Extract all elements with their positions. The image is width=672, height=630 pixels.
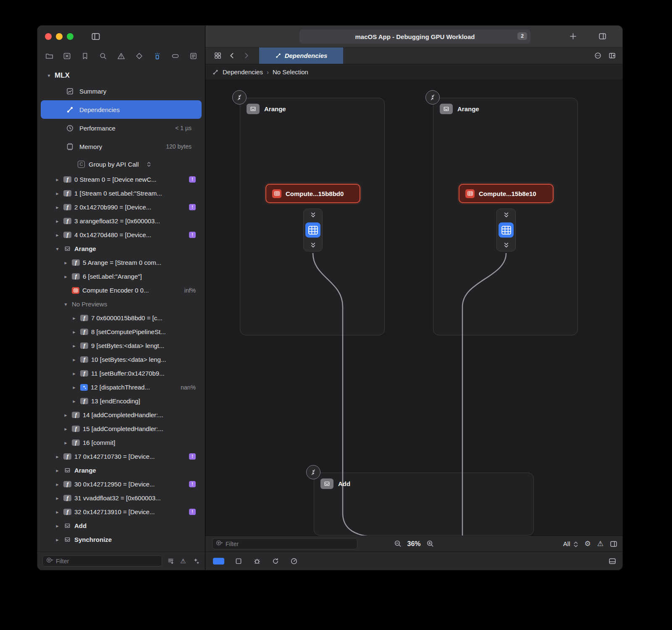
disclosure-down-icon[interactable]: ▾ (63, 301, 69, 307)
project-navigator-icon[interactable] (44, 51, 54, 61)
settings-gear-icon[interactable]: ⚙ (585, 540, 591, 547)
tree-row[interactable]: ▾Arange (37, 242, 205, 256)
close-window-button[interactable] (45, 33, 52, 40)
breakpoint-navigator-icon[interactable] (170, 51, 180, 61)
tree-row[interactable]: ▸ƒ9 [setBytes:<data> lengt... (37, 339, 205, 353)
disclosure-right-icon[interactable]: ▸ (54, 177, 60, 183)
runtime-issue-icon[interactable]: ! (189, 509, 196, 515)
collapse-group-button[interactable] (306, 465, 320, 479)
runtime-issue-icon[interactable]: ! (189, 232, 196, 238)
disclosure-right-icon[interactable]: ▸ (54, 468, 60, 473)
tree-row[interactable]: ▸ƒ30 0x142712950 = [Device...! (37, 477, 205, 491)
tree-row[interactable]: ▸Synchronize (37, 533, 205, 546)
toggle-inspector-icon[interactable] (610, 540, 617, 548)
tree-row[interactable]: ▸ƒ17 0x142710730 = [Device...! (37, 450, 205, 463)
breadcrumb-item[interactable]: Dependencies (223, 68, 263, 76)
disclosure-right-icon[interactable]: ▸ (54, 523, 60, 529)
breadcrumb-item[interactable]: No Selection (273, 68, 308, 76)
zoom-in-icon[interactable] (426, 540, 434, 548)
toggle-sidebar-icon[interactable] (91, 32, 100, 41)
runtime-issue-icon[interactable]: ! (189, 453, 196, 460)
disclosure-right-icon[interactable]: ▸ (63, 274, 69, 280)
disclosure-right-icon[interactable]: ▸ (54, 537, 60, 543)
disclosure-right-icon[interactable]: ▸ (54, 509, 60, 515)
buffer-grid-icon[interactable] (305, 222, 320, 238)
minimize-window-button[interactable] (56, 33, 63, 40)
disclosure-right-icon[interactable]: ▸ (54, 218, 60, 224)
disclosure-right-icon[interactable]: ▸ (54, 495, 60, 501)
disclosure-right-icon[interactable]: ▸ (63, 440, 69, 446)
more-options-icon[interactable] (591, 47, 605, 64)
tree-row[interactable]: ▸ƒ31 vvaddfloat32 = [0x600003... (37, 491, 205, 505)
collapse-group-button[interactable] (232, 90, 247, 105)
disclosure-right-icon[interactable]: ▸ (63, 412, 69, 418)
tree-row[interactable]: ▸ƒ3 arangefloat32 = [0x600003... (37, 214, 205, 228)
tree-row[interactable]: ▸ƒ13 [endEncoding] (37, 394, 205, 408)
performance-gauge-icon[interactable] (290, 557, 298, 565)
disclosure-right-icon[interactable]: ▸ (71, 384, 77, 390)
tree-row[interactable]: ▸Add (37, 519, 205, 533)
disclosure-right-icon[interactable]: ▸ (54, 454, 60, 460)
sidebar-item-dependencies[interactable]: Dependencies (41, 100, 202, 119)
overview-icon[interactable] (210, 47, 225, 64)
tree-row[interactable]: ▾No Previews (37, 297, 205, 311)
sidebar-filter-input[interactable] (56, 558, 158, 565)
back-icon[interactable] (225, 47, 239, 64)
dependency-graph-canvas[interactable]: Arange Arange Add Compute...15b8bd0 Comp… (205, 80, 622, 536)
buffer-grid-icon[interactable] (499, 222, 514, 238)
group-by-control[interactable]: C Group by API Call (37, 156, 205, 173)
forward-icon[interactable] (239, 47, 253, 64)
tree-root-mlx[interactable]: ▾ MLX (37, 69, 205, 82)
tree-row[interactable]: ▸ƒ14 [addCompletedHandler:... (37, 408, 205, 422)
test-navigator-icon[interactable] (134, 51, 144, 61)
runtime-issue-icon[interactable]: ! (189, 481, 196, 487)
sidebar-item-performance[interactable]: Performance < 1 µs (41, 119, 202, 137)
runtime-issues-icon[interactable] (192, 557, 200, 565)
canvas-filter-field[interactable] (212, 538, 357, 549)
tree-row[interactable]: ▸ƒ10 [setBytes:<data> leng... (37, 353, 205, 366)
tree-row[interactable]: ▸ƒ1 [Stream 0 setLabel:"Stream... (37, 186, 205, 200)
toggle-debug-area-icon[interactable] (608, 557, 617, 565)
compute-encoder-node[interactable]: Compute...15b8e10 (459, 184, 554, 203)
new-tab-icon[interactable] (568, 31, 578, 42)
disclosure-down-icon[interactable]: ▾ (54, 246, 60, 252)
sidebar-item-memory[interactable]: Memory 120 bytes (41, 137, 202, 156)
capture-frame-icon[interactable] (234, 557, 243, 565)
sidebar-filter-field[interactable] (42, 555, 162, 567)
refresh-icon[interactable] (271, 557, 280, 565)
disclosure-down-icon[interactable]: ▾ (46, 73, 52, 78)
disclosure-right-icon[interactable]: ▸ (71, 398, 77, 404)
flatten-tree-icon[interactable] (166, 557, 175, 565)
disclosure-right-icon[interactable]: ▸ (54, 204, 60, 210)
tree-row[interactable]: ▸ƒ11 [setBuffer:0x14270b9... (37, 366, 205, 380)
disclosure-right-icon[interactable]: ▸ (63, 260, 69, 266)
disclosure-right-icon[interactable]: ▸ (71, 329, 77, 335)
resource-node[interactable] (496, 209, 516, 251)
zoom-out-icon[interactable] (394, 540, 402, 548)
disclosure-right-icon[interactable]: ▸ (54, 481, 60, 487)
tree-row[interactable]: ▸ƒ2 0x14270b990 = [Device...! (37, 200, 205, 214)
resource-node[interactable] (303, 209, 323, 251)
sidebar-item-summary[interactable]: Summary (41, 82, 202, 100)
tree-row[interactable]: ▸ƒ0 Stream 0 = [Device newC...! (37, 173, 205, 186)
show-issues-icon[interactable]: ⚠ (179, 557, 187, 565)
tree-row[interactable]: ▸ƒ15 [addCompletedHandler:... (37, 422, 205, 436)
tree-row[interactable]: ▸ƒ4 0x14270d480 = [Device...! (37, 228, 205, 242)
zoom-window-button[interactable] (67, 33, 74, 40)
tree-row[interactable]: ▸ƒ7 0x6000015b8bd0 = [c... (37, 311, 205, 325)
chevron-up-down-icon[interactable] (146, 161, 152, 167)
runtime-issue-icon[interactable]: ! (189, 176, 196, 183)
disclosure-right-icon[interactable]: ▸ (71, 371, 77, 376)
collapse-group-button[interactable] (425, 90, 440, 105)
scope-selector[interactable]: All (563, 540, 578, 547)
runtime-issue-icon[interactable]: ! (189, 204, 196, 210)
tree-row[interactable]: ▸Arange (37, 463, 205, 477)
disclosure-right-icon[interactable]: ▸ (71, 343, 77, 349)
disclosure-right-icon[interactable]: ▸ (71, 315, 77, 321)
tree-row[interactable]: Compute Encoder 0 0...inf% (37, 283, 205, 297)
tree-row[interactable]: ▸ƒ8 [setComputePipelineSt... (37, 325, 205, 339)
tree-row[interactable]: ▸ƒ6 [setLabel:"Arange"] (37, 269, 205, 283)
tree-row[interactable]: ▸12 [dispatchThread...nan% (37, 380, 205, 394)
symbol-navigator-icon[interactable] (62, 51, 72, 61)
tree-row[interactable]: ▸ƒ16 [commit] (37, 436, 205, 450)
